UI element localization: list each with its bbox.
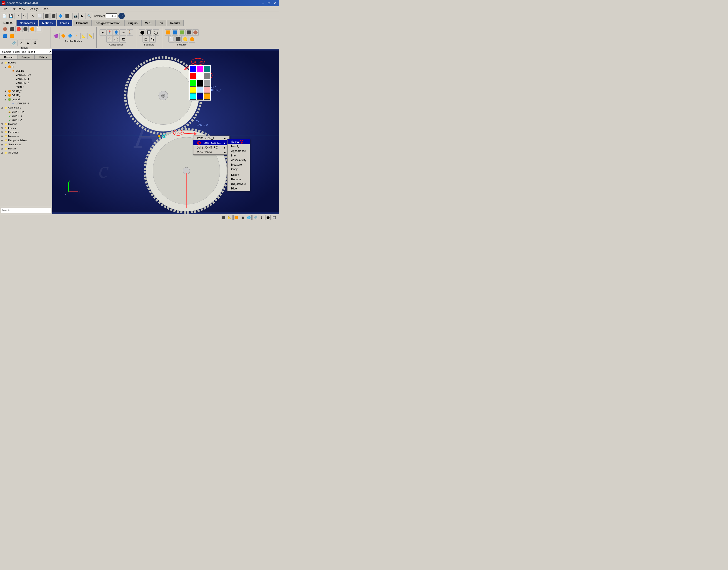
- tree-node-motions[interactable]: ⊞ 📁 Motions: [1, 122, 51, 126]
- solid-gear-icon[interactable]: ⚙: [32, 40, 38, 46]
- color-yellow[interactable]: [190, 86, 196, 93]
- sim-btn[interactable]: ▶: [79, 13, 85, 19]
- browse-tab-groups[interactable]: Groups: [17, 55, 35, 59]
- const-cm-icon[interactable]: 👤: [113, 29, 119, 36]
- feat-copy-icon[interactable]: 🟡: [182, 36, 188, 42]
- view3-btn[interactable]: 🔷: [57, 13, 63, 19]
- tree-node-forces[interactable]: ⊞ 📁 Forces: [1, 126, 51, 130]
- status-icon-box[interactable]: 🔲: [271, 215, 277, 220]
- ctx-joint-fix[interactable]: Joint: JOINT_FIX ▶: [193, 146, 229, 150]
- flex-sheet-icon[interactable]: 📐: [80, 33, 87, 39]
- tree-node-ground[interactable]: ⊟ 🟢 ground: [1, 97, 51, 101]
- status-icon-5[interactable]: 🌐: [246, 215, 251, 220]
- tree-node-marker-cv[interactable]: ✛ MARKER_CV: [1, 73, 51, 77]
- tab-on[interactable]: on: [156, 20, 166, 26]
- ctx-view-control[interactable]: View Control ▶: [193, 150, 229, 155]
- const-ref-icon[interactable]: 🚶: [127, 29, 133, 36]
- const-point-icon[interactable]: ●: [100, 29, 106, 36]
- menu-file[interactable]: File: [1, 7, 9, 11]
- tree-node-results[interactable]: ⊞ 📁 Results: [1, 147, 51, 151]
- solid-revolve-icon[interactable]: 🟧: [9, 33, 15, 39]
- status-icon-4[interactable]: ⊞: [240, 215, 245, 220]
- flex-discrete-icon[interactable]: 🔶: [60, 33, 66, 39]
- redo-btn[interactable]: ↪: [21, 13, 28, 19]
- view2-btn[interactable]: ⬛: [50, 13, 57, 19]
- color-green[interactable]: [190, 80, 196, 86]
- tree-node-bodies[interactable]: ⊟ 📁 Bodies: [1, 60, 51, 65]
- tree-node-connectors[interactable]: ⊟ 📁 Connectors: [1, 105, 51, 110]
- color-picker-popup[interactable]: [189, 65, 211, 101]
- flex-modal-icon[interactable]: 🟣: [53, 33, 60, 39]
- ctx-info[interactable]: Info: [227, 153, 250, 158]
- const-marker-icon[interactable]: 📍: [106, 29, 113, 36]
- browse-tab-browse[interactable]: Browse: [0, 55, 17, 59]
- feat-boss-icon[interactable]: ⬛: [185, 29, 192, 36]
- box-select-btn[interactable]: ⬜: [37, 13, 43, 19]
- color-pink[interactable]: [204, 86, 210, 93]
- tree-node-psmar[interactable]: ✛ PSMAR: [1, 85, 51, 89]
- solid-plate-icon[interactable]: ⬜: [36, 26, 42, 32]
- solid-cone-icon[interactable]: 🟠: [29, 26, 35, 32]
- flex-cable-icon[interactable]: 🔸: [74, 33, 80, 39]
- tab-bodies[interactable]: Bodies: [0, 20, 16, 26]
- select-btn[interactable]: ↖: [30, 13, 36, 19]
- flex-spline-icon[interactable]: 📏: [87, 33, 94, 39]
- const-circle-icon[interactable]: ◯: [106, 36, 113, 42]
- tab-design-exploration[interactable]: Design Exploration: [92, 20, 124, 26]
- minimize-btn[interactable]: ─: [261, 1, 265, 5]
- ctx-deactivate[interactable]: (De)activate: [227, 182, 250, 186]
- tree-node-solid3[interactable]: ■ SOLID3: [1, 69, 51, 73]
- status-icon-2[interactable]: 📐: [227, 215, 232, 220]
- color-darkblue[interactable]: [197, 93, 203, 100]
- ctx-part-gear1[interactable]: Part: GEAR_1 ▶: [193, 136, 229, 140]
- feat-fillet-icon[interactable]: 🟦: [172, 29, 178, 36]
- feat-mirror-icon[interactable]: 🟠: [189, 36, 195, 42]
- color-gray[interactable]: [204, 73, 210, 79]
- ctx-modify[interactable]: Modify: [227, 144, 250, 149]
- browse-tab-filters[interactable]: Filters: [35, 55, 52, 59]
- tab-forces[interactable]: Forces: [57, 20, 72, 26]
- tree-node-design-vars[interactable]: ⊞ 📁 Design Variables: [1, 138, 51, 142]
- tree-node-joint-a[interactable]: ⚙ JOINT_A: [1, 118, 51, 122]
- const-ellipse-icon[interactable]: ◯: [113, 36, 119, 42]
- view-btn[interactable]: ⬛: [43, 13, 50, 19]
- view4-btn[interactable]: ⬛: [64, 13, 70, 19]
- help-btn[interactable]: ?: [118, 13, 125, 19]
- solid-extrude-icon[interactable]: 🟦: [2, 33, 8, 39]
- solid-torus-icon[interactable]: ⚫: [22, 26, 29, 32]
- bool-subtract-icon[interactable]: 🔲: [146, 29, 152, 36]
- color-magenta[interactable]: [197, 66, 203, 72]
- status-icon-dot[interactable]: ⬤: [265, 215, 271, 220]
- const-chain-icon[interactable]: ⛓: [120, 36, 126, 42]
- solid-cylinder-icon[interactable]: ⬛: [9, 26, 15, 32]
- solid-link-icon[interactable]: 🔗: [11, 40, 17, 46]
- ctx-measure[interactable]: Measure: [227, 163, 250, 167]
- ctx-copy[interactable]: Copy: [227, 167, 250, 172]
- tree-node-all-other[interactable]: ⊞ 📁 All Other: [1, 151, 51, 155]
- status-icon-3[interactable]: 🟧: [233, 215, 239, 220]
- ctx-delete[interactable]: Delete: [227, 173, 250, 177]
- maximize-btn[interactable]: □: [267, 1, 271, 5]
- color-black[interactable]: [197, 80, 203, 86]
- tree-node-h[interactable]: ⊟ 🟠 H: [1, 65, 51, 69]
- model-select[interactable]: example_4_gear_train_impo▼: [0, 49, 52, 55]
- save-btn[interactable]: 💾: [8, 13, 14, 19]
- color-orange[interactable]: [204, 93, 210, 100]
- viewport[interactable]: example_4_gear_train_import A c: [52, 49, 279, 214]
- ctx-hide[interactable]: Hide: [227, 186, 250, 191]
- feat-hole-icon[interactable]: 🟩: [179, 29, 185, 36]
- undo-btn[interactable]: ↩: [15, 13, 21, 19]
- status-icon-6[interactable]: 🔗: [252, 215, 258, 220]
- menu-tools[interactable]: Tools: [40, 7, 50, 11]
- zoom-btn[interactable]: 🔍: [86, 13, 92, 19]
- ctx-solid-solid1[interactable]: b --Solid: SOLID1 ▶: [193, 140, 229, 146]
- color-cyan[interactable]: [190, 93, 196, 100]
- color-red[interactable]: [190, 73, 196, 79]
- tree-node-gear1[interactable]: ⊞ 🟠 GEAR_1: [1, 93, 51, 97]
- search-input[interactable]: [1, 208, 51, 213]
- increment-input[interactable]: [106, 13, 117, 18]
- feat-shell-icon[interactable]: 🟤: [192, 29, 199, 36]
- tab-elements[interactable]: Elements: [73, 20, 92, 26]
- tree-node-elements[interactable]: ⊞ 📁 Elements: [1, 130, 51, 134]
- tree-node-marker-6[interactable]: ✛ MARKER_6: [1, 101, 51, 105]
